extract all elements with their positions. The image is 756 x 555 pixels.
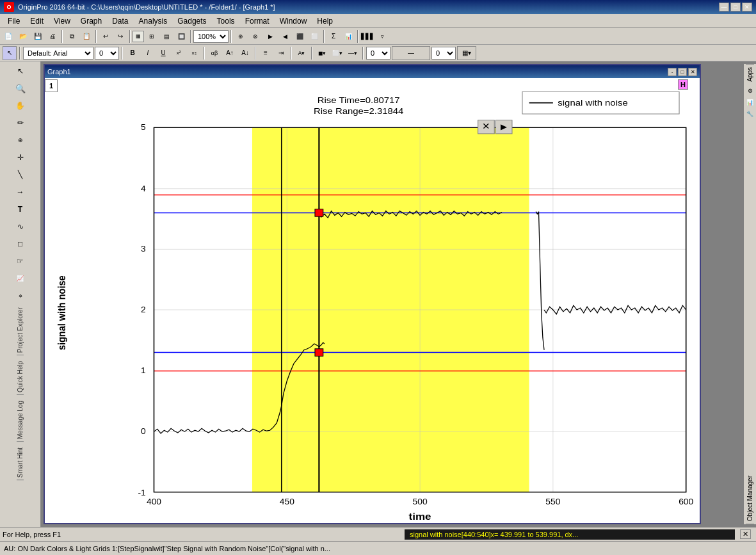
apps-btn3[interactable]: 🔧: [745, 109, 755, 119]
arrow-draw-tool[interactable]: →: [12, 184, 29, 200]
print-btn[interactable]: 🖨: [45, 29, 60, 44]
window-controls[interactable]: — □ ✕: [719, 3, 752, 12]
undo-btn[interactable]: ↩: [99, 29, 113, 44]
menu-window[interactable]: Window: [275, 15, 312, 27]
italic-btn[interactable]: I: [141, 46, 155, 60]
svg-text:5: 5: [141, 123, 146, 132]
svg-text:✕: ✕: [482, 122, 490, 131]
status-right-btns[interactable]: ✕: [737, 529, 753, 539]
align-left[interactable]: ≡: [259, 46, 273, 60]
au-status: AU: ON Dark Colors & Light Grids 1:[Step…: [4, 545, 330, 552]
svg-text:signal with noise: signal with noise: [558, 98, 627, 108]
graph-window-controls[interactable]: - □ ✕: [668, 68, 697, 76]
svg-text:0: 0: [141, 427, 146, 436]
menu-format[interactable]: Format: [240, 15, 275, 27]
graph-restore-btn[interactable]: □: [678, 68, 687, 76]
rect-tool[interactable]: □: [12, 236, 29, 252]
bold-btn[interactable]: B: [125, 46, 140, 60]
menu-help[interactable]: Help: [312, 15, 338, 27]
menu-gadgets[interactable]: Gadgets: [172, 15, 211, 27]
tb-stat[interactable]: 📊: [341, 29, 355, 44]
text-tool[interactable]: T: [12, 201, 29, 218]
menu-edit[interactable]: Edit: [25, 15, 49, 27]
graph-btn3[interactable]: ▤: [159, 29, 173, 44]
draw-tool[interactable]: ✏: [12, 115, 29, 131]
open-btn[interactable]: 📂: [16, 29, 30, 44]
line-style-btn[interactable]: —: [392, 46, 430, 60]
font-name-combo[interactable]: Default: Arial: [23, 47, 93, 60]
pointer-tool[interactable]: ↖: [12, 63, 29, 79]
border-btn[interactable]: ⬜▾: [330, 46, 344, 60]
title-bar: O OriginPro 2016 64-bit - C:\Users\qqin\…: [0, 0, 756, 14]
menu-tools[interactable]: Tools: [212, 15, 240, 27]
menu-file[interactable]: File: [3, 15, 25, 27]
graph-window-title: Graph1: [47, 68, 71, 76]
redo-btn[interactable]: ↪: [113, 29, 127, 44]
object-manager-label[interactable]: Object Manager: [746, 473, 754, 524]
close-btn[interactable]: ✕: [742, 3, 752, 12]
fontsize-up[interactable]: A↑: [223, 46, 237, 60]
arrow-tool[interactable]: ↖: [3, 46, 17, 60]
tb-filter[interactable]: ▿: [375, 29, 389, 44]
tb-extra4[interactable]: ◀: [278, 29, 292, 44]
sep6: [323, 30, 325, 43]
cursor-tool[interactable]: ⌖: [12, 287, 29, 304]
hand-tool[interactable]: ☞: [12, 253, 29, 269]
minimize-btn[interactable]: —: [719, 3, 729, 12]
sep7: [357, 30, 358, 43]
pan-tool[interactable]: ✋: [12, 97, 29, 114]
menu-analysis[interactable]: Analysis: [134, 15, 173, 27]
svg-rect-26: [315, 209, 323, 217]
pattern-btn[interactable]: ▦▾: [457, 46, 476, 60]
paste-btn[interactable]: 📋: [79, 29, 93, 44]
curve-tool[interactable]: ∿: [12, 218, 29, 235]
graph-close-btn[interactable]: ✕: [688, 68, 697, 76]
line-draw-tool[interactable]: ╲: [12, 166, 29, 183]
menu-graph[interactable]: Graph: [76, 15, 107, 27]
tb-bar[interactable]: ▋▋▋: [360, 29, 374, 44]
apps-label[interactable]: Apps: [746, 64, 754, 84]
status-close-btn[interactable]: ✕: [740, 529, 751, 539]
graph-btn4[interactable]: 🔲: [174, 29, 188, 44]
line-size-combo[interactable]: 0: [431, 47, 456, 60]
graph-btn2[interactable]: ⊞: [145, 29, 159, 44]
tb-extra1[interactable]: ⊕: [234, 29, 248, 44]
toolbar-row-1: 📄 📂 💾 🖨 ⧉ 📋 ↩ ↪ ▦ ⊞ ▤ 🔲 100% ⊕ ⊗ ▶ ◀ ⬛ ⬜…: [0, 28, 756, 45]
svg-text:450: 450: [280, 497, 294, 506]
zoom-combo[interactable]: 100%: [193, 30, 229, 43]
graph-minimize-btn[interactable]: -: [668, 68, 677, 76]
superscript-btn[interactable]: x²: [172, 46, 186, 60]
crosshair-tool[interactable]: ✛: [12, 149, 29, 166]
tb-sigma[interactable]: Σ: [326, 29, 341, 44]
copy-btn[interactable]: ⧉: [65, 29, 79, 44]
line-btn[interactable]: —▾: [346, 46, 360, 60]
graph-btn1[interactable]: ▦: [133, 31, 144, 42]
tb-extra2[interactable]: ⊗: [248, 29, 262, 44]
data-tool[interactable]: 📈: [12, 270, 29, 287]
apps-btn2[interactable]: 📊: [745, 97, 755, 108]
tb-extra3[interactable]: ▶: [263, 29, 277, 44]
fsep4: [255, 47, 256, 60]
tb-extra5[interactable]: ⬛: [293, 29, 307, 44]
greek-btn[interactable]: αβ: [207, 46, 221, 60]
underline-btn[interactable]: U: [156, 46, 170, 60]
subscript-btn[interactable]: x₂: [187, 46, 201, 60]
menu-view[interactable]: View: [49, 15, 76, 27]
font-size-combo[interactable]: 0: [95, 47, 119, 60]
zoom-tool[interactable]: 🔍: [12, 80, 29, 97]
fontsize-dn[interactable]: A↓: [238, 46, 252, 60]
apps-btn1[interactable]: ⚙: [745, 86, 755, 96]
menu-data[interactable]: Data: [107, 15, 133, 27]
save-btn[interactable]: 💾: [31, 29, 45, 44]
line-width-combo[interactable]: 0: [366, 47, 390, 60]
indent-btn[interactable]: ⇥: [274, 46, 288, 60]
region-tool[interactable]: ⊕: [12, 132, 29, 149]
tb-extra6[interactable]: ⬜: [307, 29, 321, 44]
color-btn[interactable]: A▾: [294, 46, 309, 60]
restore-btn[interactable]: □: [730, 3, 741, 12]
new-btn[interactable]: 📄: [1, 29, 15, 44]
h-button[interactable]: H: [678, 79, 688, 90]
graph-plot-area[interactable]: Rise Time=0.80717 Rise Range=2.31844 sig…: [45, 78, 700, 523]
svg-text:500: 500: [413, 497, 428, 506]
fill-btn[interactable]: ◼▾: [315, 46, 329, 60]
